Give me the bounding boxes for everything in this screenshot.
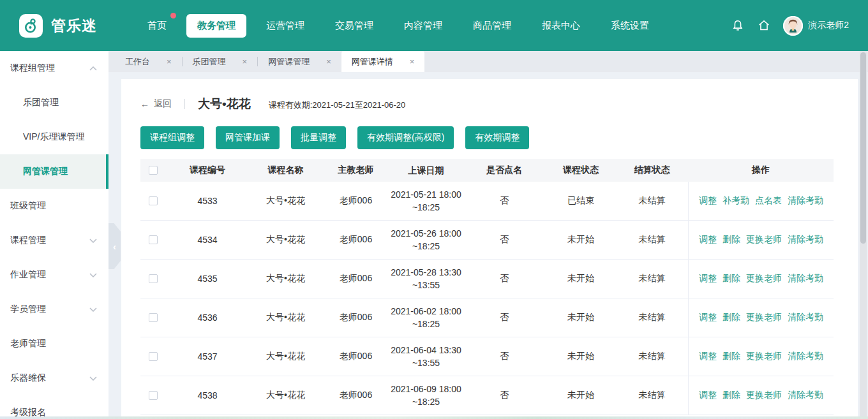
close-tab-icon[interactable]: ×: [243, 57, 248, 66]
nav-item-content[interactable]: 内容管理: [393, 14, 453, 38]
sidebar-item-teacher-mgmt[interactable]: 老师管理: [0, 327, 108, 361]
sidebar-item-instrument-maintenance[interactable]: 乐器维保: [0, 361, 108, 395]
action-link-3[interactable]: 更换老师: [746, 390, 782, 401]
sidebar-collapse-handle[interactable]: ‹: [108, 223, 121, 269]
cell-settlement-status: 未结算: [616, 312, 688, 323]
content-card: ← 返回 大号•花花 课程有效期:2021-05-21至2021-06-20 课…: [121, 79, 858, 419]
sidebar-item-online-class-mgmt[interactable]: 网管课管理: [0, 154, 108, 189]
action-link-1[interactable]: 调整: [699, 312, 717, 323]
cell-class-date: 2021-05-28 13:30~13:55: [389, 266, 463, 291]
sidebar: 课程组管理 乐团管理 VIP/乐理课管理 网管课管理 班级管理 课程管理 作业管…: [0, 51, 108, 419]
action-link-4[interactable]: 清除考勤: [788, 273, 823, 284]
row-checkbox[interactable]: [149, 235, 158, 244]
cell-course-status: 已结束: [546, 195, 616, 207]
nav-item-operations[interactable]: 运营管理: [255, 14, 315, 38]
row-checkbox[interactable]: [149, 313, 158, 322]
row-checkbox[interactable]: [149, 196, 158, 205]
col-header-class-date: 上课日期: [389, 164, 463, 177]
sidebar-item-course-mgmt[interactable]: 课程管理: [0, 223, 108, 258]
action-link-4[interactable]: 清除考勤: [788, 195, 823, 207]
tab-online-class-mgmt[interactable]: 网管课管理 ×: [258, 51, 341, 72]
cell-course-code: 4533: [166, 196, 249, 206]
close-tab-icon[interactable]: ×: [167, 57, 172, 66]
cell-course-name: 大号•花花: [249, 312, 322, 323]
action-link-2[interactable]: 删除: [722, 312, 740, 323]
action-link-2[interactable]: 删除: [722, 351, 740, 362]
tab-workbench[interactable]: 工作台 ×: [115, 51, 182, 72]
select-all-checkbox-cell: [140, 166, 166, 175]
action-link-4[interactable]: 清除考勤: [788, 351, 823, 362]
action-link-1[interactable]: 调整: [699, 273, 717, 284]
sidebar-item-vip-theory-mgmt[interactable]: VIP/乐理课管理: [0, 120, 108, 154]
cell-teacher: 老师006: [322, 234, 389, 246]
action-link-2[interactable]: 删除: [722, 390, 740, 401]
nav-item-reports[interactable]: 报表中心: [531, 14, 591, 38]
cell-class-date: 2021-05-21 18:00~18:25: [389, 188, 463, 214]
action-link-3[interactable]: 更换老师: [746, 312, 782, 323]
cell-roll-call: 否: [463, 195, 546, 207]
action-link-3[interactable]: 更换老师: [746, 351, 782, 362]
table-row: 4533 大号•花花 老师006 2021-05-21 18:00~18:25 …: [140, 182, 834, 221]
action-link-4[interactable]: 清除考勤: [788, 390, 823, 401]
action-link-3[interactable]: 点名表: [755, 195, 782, 207]
validity-adjust-button[interactable]: 有效期调整: [465, 126, 529, 149]
cell-class-date: 2021-06-09 18:00~18:25: [389, 383, 463, 408]
close-tab-icon[interactable]: ×: [410, 57, 415, 66]
nav-item-academic[interactable]: 教务管理: [186, 14, 246, 38]
sidebar-item-course-group-mgmt[interactable]: 课程组管理: [0, 51, 108, 85]
chevron-down-icon: [89, 307, 97, 312]
row-checkbox[interactable]: [149, 274, 158, 283]
page-scrollbar-track: [860, 51, 867, 418]
sidebar-item-homework-mgmt[interactable]: 作业管理: [0, 258, 108, 292]
row-checkbox[interactable]: [149, 352, 158, 361]
sidebar-item-class-mgmt[interactable]: 班级管理: [0, 189, 108, 223]
page-scrollbar-thumb[interactable]: [860, 52, 866, 244]
nav-item-products[interactable]: 商品管理: [462, 14, 522, 38]
action-link-3[interactable]: 更换老师: [746, 234, 782, 246]
cell-teacher: 老师006: [322, 390, 389, 401]
brand-logo[interactable]: 管乐迷: [19, 14, 97, 38]
select-all-checkbox[interactable]: [149, 166, 158, 175]
cell-settlement-status: 未结算: [616, 234, 688, 246]
home-icon[interactable]: [757, 18, 771, 33]
cell-actions: 调整 删除 更换老师 清除考勤: [688, 260, 834, 298]
sidebar-item-grade-exam-signup[interactable]: 考级报名: [0, 395, 108, 419]
tab-online-class-detail[interactable]: 网管课详情 ×: [341, 51, 425, 72]
course-group-adjust-button[interactable]: 课程组调整: [140, 126, 204, 149]
action-link-2[interactable]: 补考勤: [722, 195, 749, 207]
action-link-1[interactable]: 调整: [699, 234, 717, 246]
chevron-down-icon: [89, 376, 97, 381]
action-link-3[interactable]: 更换老师: [746, 273, 782, 284]
cell-actions: 调整 删除 更换老师 清除考勤: [688, 376, 834, 415]
nav-item-settings[interactable]: 系统设置: [600, 14, 660, 38]
nav-item-transactions[interactable]: 交易管理: [324, 14, 384, 38]
action-link-1[interactable]: 调整: [699, 390, 717, 401]
close-tab-icon[interactable]: ×: [326, 57, 331, 66]
tab-orchestra-mgmt[interactable]: 乐团管理 ×: [183, 51, 258, 72]
cell-class-date: 2021-05-26 18:00~18:25: [389, 227, 463, 253]
sidebar-item-orchestra-mgmt[interactable]: 乐团管理: [0, 85, 108, 120]
nav-item-home[interactable]: 首页: [137, 14, 177, 38]
user-menu[interactable]: 演示老师2: [783, 16, 849, 36]
batch-adjust-button[interactable]: 批量调整: [291, 126, 346, 149]
cell-course-code: 4534: [166, 235, 249, 245]
bell-icon[interactable]: [731, 18, 745, 33]
sidebar-item-student-mgmt[interactable]: 学员管理: [0, 292, 108, 327]
navbar-right: 演示老师2: [731, 16, 849, 36]
col-header-course-name: 课程名称: [249, 165, 322, 176]
action-link-2[interactable]: 删除: [722, 234, 740, 246]
cell-roll-call: 否: [463, 234, 546, 246]
validity-adjust-high-perm-button[interactable]: 有效期调整(高权限): [357, 126, 454, 149]
add-online-class-button[interactable]: 网管课加课: [216, 126, 280, 149]
course-validity-period: 课程有效期:2021-05-21至2021-06-20: [269, 98, 406, 111]
action-link-1[interactable]: 调整: [699, 195, 717, 207]
row-checkbox[interactable]: [149, 391, 158, 400]
cell-course-status: 未开始: [546, 312, 616, 323]
table-row: 4534 大号•花花 老师006 2021-05-26 18:00~18:25 …: [140, 221, 834, 260]
row-checkbox-cell: [140, 196, 166, 205]
back-button[interactable]: ← 返回: [140, 98, 172, 110]
action-link-4[interactable]: 清除考勤: [788, 234, 823, 246]
action-link-1[interactable]: 调整: [699, 351, 717, 362]
action-link-2[interactable]: 删除: [722, 273, 740, 284]
action-link-4[interactable]: 清除考勤: [788, 312, 823, 323]
